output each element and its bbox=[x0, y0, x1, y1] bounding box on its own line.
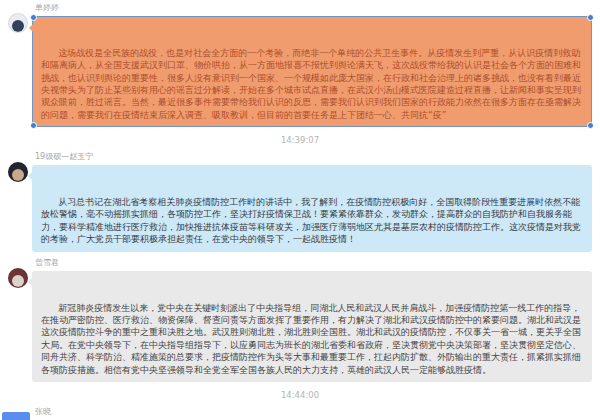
message-body: 张晓 在抗击新冠肺炎疫情的关键时刻，习近平总书记到湖北武汉，考察疫情防控工作并发… bbox=[32, 406, 594, 420]
message-bubble[interactable]: 从习总书记在湖北省考察相关肺炎疫情防控工作时的讲话中，我了解到，在疫情防控积极向… bbox=[32, 165, 592, 251]
message-bubble[interactable]: 这场战役是全民族的战役，也是对社会全方面的一个考验，而绝非一个单纯的公共卫生事件… bbox=[32, 16, 592, 127]
chat-message: 张晓 在抗击新冠肺炎疫情的关键时刻，习近平总书记到湖北武汉，考察疫情防控工作并发… bbox=[0, 404, 600, 420]
selection-handle[interactable] bbox=[587, 122, 594, 129]
message-body: 曾雪君 新冠肺炎疫情发生以来，党中央在关键时刻派出了中央指导组，同湖北人民和武汉… bbox=[32, 257, 594, 382]
user-avatar[interactable] bbox=[8, 162, 28, 182]
selection-handle[interactable] bbox=[30, 122, 37, 129]
chat-feed: 单婷婷 这场战役是全民族的战役，也是对社会全方面的一个考验，而绝非一个单纯的公共… bbox=[0, 0, 600, 420]
user-avatar[interactable] bbox=[8, 268, 28, 288]
sender-name: 19级硕—赵玉宁 bbox=[35, 152, 594, 162]
bottom-left-badge[interactable] bbox=[2, 412, 30, 420]
message-body: 19级硕—赵玉宁 从习总书记在湖北省考察相关肺炎疫情防控工作时的讲话中，我了解到… bbox=[32, 151, 594, 251]
chat-message: 曾雪君 新冠肺炎疫情发生以来，党中央在关键时刻派出了中央指导组，同湖北人民和武汉… bbox=[0, 255, 600, 385]
timestamp: 14:44:00 bbox=[0, 385, 600, 404]
avatar-image bbox=[12, 20, 24, 32]
selection-handle[interactable] bbox=[587, 14, 594, 21]
bubble-tail-icon bbox=[28, 278, 32, 286]
message-text: 从习总书记在湖北省考察相关肺炎疫情防控工作时的讲话中，我了解到，在疫情防控积极向… bbox=[41, 197, 581, 244]
timestamp: 14:39:07 bbox=[0, 130, 600, 149]
sender-name: 曾雪君 bbox=[35, 258, 594, 268]
message-body: 单婷婷 这场战役是全民族的战役，也是对社会全方面的一个考验，而绝非一个单纯的公共… bbox=[32, 2, 594, 127]
message-text: 新冠肺炎疫情发生以来，党中央在关键时刻派出了中央指导组，同湖北人民和武汉人民并肩… bbox=[41, 303, 581, 375]
message-text: 这场战役是全民族的战役，也是对社会全方面的一个考验，而绝非一个单纯的公共卫生事件… bbox=[41, 48, 581, 120]
bubble-tail-icon bbox=[28, 172, 32, 180]
chat-message: 19级硕—赵玉宁 从习总书记在湖北省考察相关肺炎疫情防控工作时的讲话中，我了解到… bbox=[0, 149, 600, 254]
user-avatar[interactable] bbox=[8, 13, 28, 33]
sender-name: 单婷婷 bbox=[35, 3, 594, 13]
chat-message: 单婷婷 这场战役是全民族的战役，也是对社会全方面的一个考验，而绝非一个单纯的公共… bbox=[0, 0, 600, 130]
selection-handle[interactable] bbox=[30, 14, 37, 21]
sender-name: 张晓 bbox=[35, 407, 594, 417]
avatar-image bbox=[12, 275, 24, 287]
message-bubble[interactable]: 新冠肺炎疫情发生以来，党中央在关键时刻派出了中央指导组，同湖北人民和武汉人民并肩… bbox=[32, 271, 592, 382]
avatar-image bbox=[12, 169, 24, 181]
bubble-tail-icon bbox=[29, 24, 33, 32]
